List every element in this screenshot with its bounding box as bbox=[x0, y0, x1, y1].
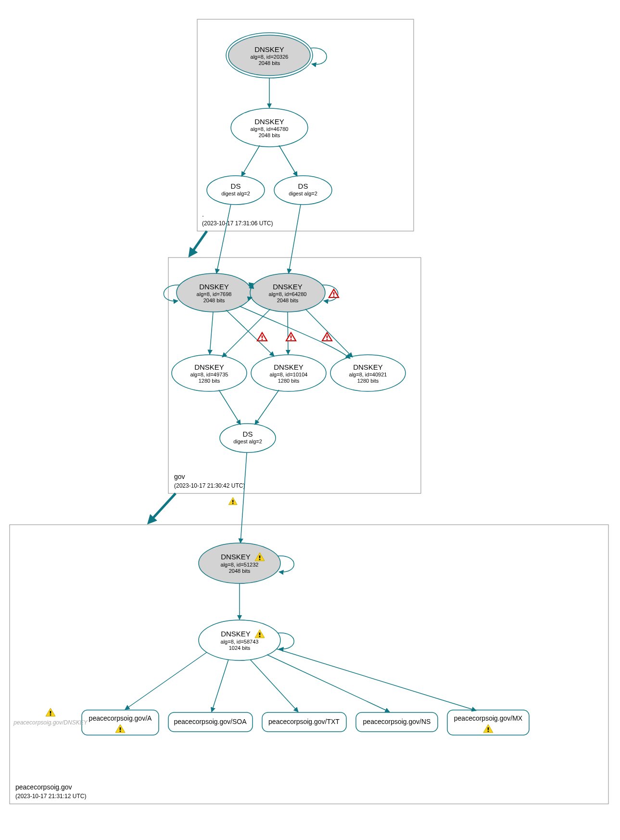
svg-text:2048 bits: 2048 bits bbox=[259, 60, 280, 66]
svg-point-39 bbox=[220, 424, 276, 452]
svg-text:DNSKEY: DNSKEY bbox=[221, 553, 251, 561]
svg-text:DNSKEY: DNSKEY bbox=[273, 283, 303, 291]
zone-root-timestamp: (2023-10-17 17:31:06 UTC) bbox=[202, 220, 273, 227]
svg-text:DNSKEY: DNSKEY bbox=[221, 630, 251, 638]
node-root-ksk: DNSKEY alg=8, id=20326 2048 bits bbox=[226, 33, 313, 78]
svg-text:alg=8, id=49735: alg=8, id=49735 bbox=[190, 372, 228, 377]
node-gov-k3: DNSKEY alg=8, id=49735 1280 bits bbox=[172, 355, 247, 391]
svg-text:1024 bits: 1024 bits bbox=[229, 645, 251, 651]
node-gov-k5: DNSKEY alg=8, id=40921 1280 bits bbox=[330, 355, 405, 391]
svg-text:DNSKEY: DNSKEY bbox=[199, 283, 229, 291]
node-gov-ds: DS digest alg=2 bbox=[220, 424, 276, 452]
edge-rootzsk-ds2 bbox=[279, 145, 297, 176]
svg-text:DNSKEY: DNSKEY bbox=[254, 117, 284, 126]
edge-govk4-govds bbox=[255, 390, 279, 425]
svg-text:peacecorpsoig.gov/A: peacecorpsoig.gov/A bbox=[89, 714, 152, 722]
edge-ds1-govk1 bbox=[216, 204, 231, 273]
svg-point-13 bbox=[207, 176, 265, 205]
edge-govk2-govk4 bbox=[288, 312, 288, 354]
svg-text:2048 bits: 2048 bits bbox=[277, 297, 299, 303]
svg-text:DS: DS bbox=[231, 182, 241, 190]
svg-point-16 bbox=[274, 176, 332, 205]
svg-text:2048 bits: 2048 bits bbox=[259, 132, 280, 138]
svg-text:alg=8, id=20326: alg=8, id=20326 bbox=[251, 54, 289, 60]
edge-govds-domksk bbox=[240, 452, 247, 543]
node-root-ds2: DS digest alg=2 bbox=[274, 176, 332, 205]
edge-govk1-govk5 bbox=[240, 306, 350, 359]
node-rr-mx: peacecorpsoig.gov/MX bbox=[447, 710, 529, 735]
svg-text:peacecorpsoig.gov/NS: peacecorpsoig.gov/NS bbox=[363, 718, 431, 725]
node-rr-a: peacecorpsoig.gov/A bbox=[82, 710, 159, 735]
svg-text:1280 bits: 1280 bits bbox=[278, 378, 300, 384]
edge-govk1-govk3 bbox=[210, 312, 213, 354]
svg-text:alg=8, id=51232: alg=8, id=51232 bbox=[221, 562, 259, 568]
zone-domain-timestamp: (2023-10-17 21:31:12 UTC) bbox=[15, 793, 86, 800]
node-rr-dnskey-missing: peacecorpsoig.gov/DNSKEY bbox=[13, 708, 88, 726]
svg-text:DS: DS bbox=[243, 430, 253, 438]
svg-text:DNSKEY: DNSKEY bbox=[194, 363, 224, 371]
node-root-ds1: DS digest alg=2 bbox=[207, 176, 265, 205]
node-rr-ns: peacecorpsoig.gov/NS bbox=[356, 712, 438, 732]
svg-text:alg=8, id=10104: alg=8, id=10104 bbox=[270, 372, 308, 377]
svg-text:DNSKEY: DNSKEY bbox=[353, 363, 383, 371]
edge-zsk-txt bbox=[250, 659, 298, 712]
edge-zsk-a bbox=[125, 652, 207, 710]
zone-domain-name: peacecorpsoig.gov bbox=[15, 783, 72, 791]
edge-rootzsk-ds1 bbox=[241, 145, 260, 176]
edge-ds2-govk2 bbox=[289, 205, 301, 273]
edge-zsk-soa bbox=[212, 659, 228, 712]
node-dom-zsk: DNSKEY alg=8, id=58743 1024 bits bbox=[199, 620, 280, 660]
svg-text:alg=8, id=40921: alg=8, id=40921 bbox=[349, 372, 387, 377]
edge-rootzone-govzone bbox=[190, 231, 207, 255]
svg-text:1280 bits: 1280 bits bbox=[357, 378, 379, 384]
svg-text:2048 bits: 2048 bits bbox=[203, 297, 225, 303]
zone-gov-timestamp: (2023-10-17 21:30:42 UTC) bbox=[174, 482, 245, 489]
svg-text:peacecorpsoig.gov/DNSKEY: peacecorpsoig.gov/DNSKEY bbox=[13, 719, 88, 726]
svg-text:alg=8, id=7698: alg=8, id=7698 bbox=[197, 291, 232, 297]
edge-govk2-govk3 bbox=[222, 309, 270, 357]
svg-text:digest alg=2: digest alg=2 bbox=[289, 191, 317, 196]
edge-govzone-domainzone bbox=[149, 493, 176, 522]
warn-red-icon bbox=[257, 333, 267, 341]
svg-text:1280 bits: 1280 bits bbox=[199, 378, 220, 384]
edge-zsk-ns bbox=[267, 655, 390, 712]
warning-icon bbox=[46, 708, 55, 716]
edge-govk1-govk2 bbox=[248, 284, 253, 285]
node-gov-k2: DNSKEY alg=8, id=64280 2048 bits bbox=[250, 273, 325, 312]
node-root-zsk: DNSKEY alg=8, id=46780 2048 bits bbox=[231, 108, 308, 147]
svg-text:DNSKEY: DNSKEY bbox=[274, 363, 304, 371]
node-rr-soa: peacecorpsoig.gov/SOA bbox=[168, 712, 253, 732]
node-rr-txt: peacecorpsoig.gov/TXT bbox=[262, 712, 346, 732]
zone-domain-box bbox=[10, 525, 608, 804]
svg-text:digest alg=2: digest alg=2 bbox=[221, 191, 250, 196]
edge-govk3-govds bbox=[219, 390, 240, 425]
svg-text:digest alg=2: digest alg=2 bbox=[233, 439, 262, 444]
svg-text:peacecorpsoig.gov/SOA: peacecorpsoig.gov/SOA bbox=[174, 718, 247, 725]
svg-text:alg=8, id=64280: alg=8, id=64280 bbox=[269, 291, 307, 297]
zone-root-name: . bbox=[202, 210, 204, 218]
svg-text:DS: DS bbox=[298, 182, 308, 190]
svg-text:alg=8, id=46780: alg=8, id=46780 bbox=[251, 126, 289, 132]
svg-text:DNSKEY: DNSKEY bbox=[254, 45, 284, 53]
warning-icon bbox=[228, 497, 237, 504]
zone-gov-name: gov bbox=[174, 473, 185, 480]
edge-zsk-mx bbox=[277, 649, 476, 711]
edge-govk2-govk5 bbox=[305, 309, 353, 357]
node-gov-k4: DNSKEY alg=8, id=10104 1280 bits bbox=[251, 355, 326, 391]
svg-text:alg=8, id=58743: alg=8, id=58743 bbox=[221, 639, 259, 645]
svg-text:peacecorpsoig.gov/TXT: peacecorpsoig.gov/TXT bbox=[268, 718, 340, 725]
warn-red-icon bbox=[322, 333, 332, 341]
svg-text:2048 bits: 2048 bits bbox=[229, 568, 251, 574]
edge-govk1-govk4 bbox=[226, 310, 274, 356]
svg-text:peacecorpsoig.gov/MX: peacecorpsoig.gov/MX bbox=[454, 714, 523, 722]
